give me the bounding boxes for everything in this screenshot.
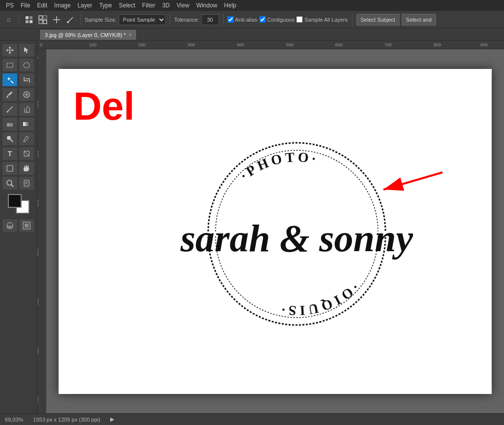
sample-all-label[interactable]: Sample All Layers	[304, 17, 347, 23]
sample-size-select[interactable]: Point Sample	[119, 14, 166, 25]
svg-text:500: 500	[286, 42, 293, 47]
clone-stamp-tool[interactable]	[19, 102, 34, 116]
menu-window[interactable]: Window	[193, 1, 220, 10]
text-tool[interactable]: T	[2, 147, 18, 161]
rectangular-marquee-tool[interactable]	[2, 58, 18, 72]
lasso-tool[interactable]	[19, 58, 34, 72]
tab-close-button[interactable]: ×	[129, 32, 132, 37]
svg-point-18	[7, 136, 11, 140]
crop-tool[interactable]	[19, 73, 34, 87]
pen-tool[interactable]	[19, 132, 34, 146]
svg-text:800: 800	[434, 42, 441, 47]
tool-icon-secondary[interactable]	[37, 14, 49, 26]
tool-row-7	[2, 132, 35, 146]
swatch-container	[8, 194, 30, 214]
anti-alias-checkbox[interactable]	[227, 16, 234, 23]
svg-text:100: 100	[89, 42, 96, 47]
svg-text:600: 600	[37, 347, 39, 355]
options-toolbar: ⌂ Sample Size: Point Sample	[0, 11, 504, 29]
sample-all-layers-group: Sample All Layers	[296, 16, 347, 23]
ruler-horizontal: 0 100 200 300 400 500 600 700 800 900	[37, 40, 504, 49]
contiguous-group: Contiguous	[259, 16, 295, 23]
svg-point-12	[7, 97, 8, 98]
tool-icon-tertiary[interactable]	[51, 14, 63, 26]
magic-wand-tool[interactable]	[2, 73, 18, 87]
menu-3d[interactable]: 3D	[159, 1, 172, 10]
hand-tool[interactable]	[19, 162, 34, 175]
del-annotation: Del	[73, 84, 135, 129]
tool-icon-quad[interactable]	[64, 14, 76, 26]
contiguous-checkbox[interactable]	[259, 16, 266, 23]
svg-line-20	[28, 137, 29, 138]
canvas-document: Del	[59, 69, 492, 394]
tool-icon-primary[interactable]	[23, 14, 35, 26]
select-tool[interactable]	[19, 43, 34, 57]
tolerance-input[interactable]	[201, 14, 219, 25]
heal-tool[interactable]	[19, 88, 34, 101]
foreground-color-swatch[interactable]	[8, 194, 22, 208]
svg-text:200: 200	[37, 150, 39, 158]
tool-row-4	[2, 88, 35, 101]
sample-all-checkbox[interactable]	[296, 16, 303, 23]
menu-ps[interactable]: PS	[3, 1, 17, 10]
svg-line-23	[11, 185, 13, 187]
svg-line-52	[383, 172, 442, 190]
svg-rect-21	[7, 165, 13, 171]
tool-row-6	[2, 117, 35, 131]
menu-filter[interactable]: Filter	[139, 1, 158, 10]
svg-text:200: 200	[138, 42, 146, 47]
toolbox: T	[0, 40, 37, 413]
eraser-tool[interactable]	[2, 117, 18, 131]
svg-rect-4	[39, 16, 42, 19]
svg-rect-30	[25, 224, 29, 228]
svg-text:300: 300	[188, 42, 195, 47]
screen-mode-tool[interactable]	[19, 219, 34, 232]
ruler-vertical-svg: 0 100 200 300 400 500 600 700	[37, 49, 46, 413]
select-subject-button[interactable]: Select Subject	[356, 14, 400, 26]
move-tool[interactable]	[2, 43, 18, 57]
shape-tool[interactable]	[2, 162, 18, 175]
menu-view[interactable]: View	[174, 1, 192, 10]
svg-text:300: 300	[37, 199, 39, 207]
dodge-tool[interactable]	[2, 132, 18, 146]
menu-edit[interactable]: Edit	[34, 1, 50, 10]
svg-point-22	[7, 180, 12, 185]
tool-row-5	[2, 102, 35, 116]
sample-size-label: Sample Size:	[85, 17, 117, 23]
svg-point-14	[7, 111, 8, 113]
svg-rect-0	[26, 16, 29, 19]
zoom-level: 69,03%	[5, 417, 23, 423]
svg-text:0: 0	[37, 57, 39, 59]
menu-select[interactable]: Select	[116, 1, 138, 10]
anti-alias-label[interactable]: Anti-alias	[235, 17, 257, 23]
document-dimensions: 1553 px x 1205 px (300 ppi)	[33, 417, 100, 423]
gradient-tool[interactable]	[19, 117, 34, 131]
tool-row-1	[2, 43, 35, 57]
eyedropper-tool[interactable]	[2, 88, 18, 101]
brush-tool[interactable]	[2, 102, 18, 116]
separator-1	[19, 14, 19, 26]
tool-row-extra1	[2, 219, 35, 232]
canvas-scroll-area[interactable]: Del	[46, 49, 504, 413]
zoom-tool[interactable]	[2, 176, 18, 190]
home-button[interactable]: ⌂	[3, 14, 15, 26]
contiguous-label[interactable]: Contiguous	[267, 17, 295, 23]
document-tab[interactable]: 3.jpg @ 69% (Layer 0, CMYK/8) * ×	[39, 29, 137, 40]
menu-help[interactable]: Help	[221, 1, 239, 10]
svg-text:·PHOTO·: ·PHOTO·	[237, 149, 320, 183]
navigator-arrow: ▶	[110, 416, 114, 423]
select-and-button[interactable]: Select and	[402, 14, 436, 26]
menu-file[interactable]: File	[18, 1, 33, 10]
tab-bar: 3.jpg @ 69% (Layer 0, CMYK/8) * ×	[0, 29, 504, 40]
ruler-horizontal-svg: 0 100 200 300 400 500 600 700 800 900	[37, 40, 504, 49]
quick-mask-tool[interactable]	[2, 219, 18, 232]
svg-rect-24	[24, 180, 29, 186]
path-selection-tool[interactable]	[19, 147, 34, 161]
note-tool[interactable]	[19, 176, 34, 190]
tolerance-label: Tolerance:	[174, 17, 199, 23]
menu-image[interactable]: Image	[51, 1, 73, 10]
svg-point-8	[67, 21, 69, 23]
menu-layer[interactable]: Layer	[74, 1, 95, 10]
menu-type[interactable]: Type	[96, 1, 115, 10]
menu-bar: PS File Edit Image Layer Type Select Fil…	[0, 0, 504, 11]
